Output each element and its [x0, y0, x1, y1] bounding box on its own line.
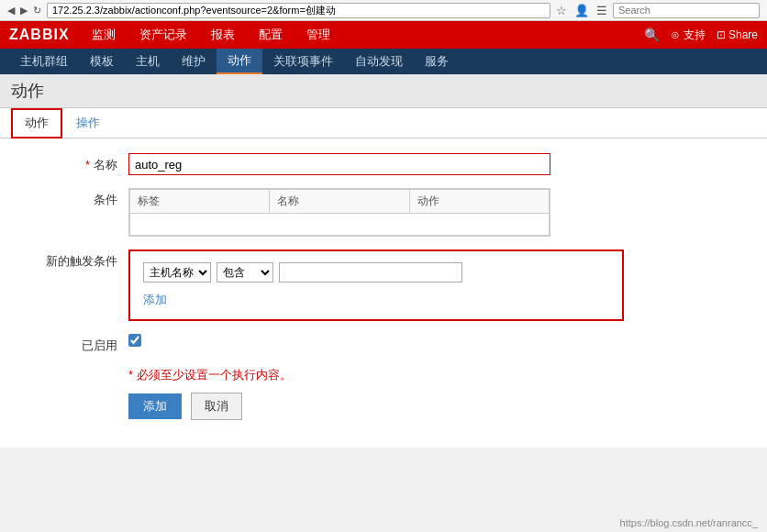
name-row: *名称: [18, 153, 749, 175]
add-condition-link[interactable]: 添加: [143, 293, 167, 306]
sec-nav-hosts[interactable]: 主机: [125, 49, 171, 74]
col-header-name: 名称: [270, 190, 409, 214]
sec-nav-services[interactable]: 服务: [414, 49, 460, 74]
trigger-op-select[interactable]: 包含 不包含 等于: [217, 262, 273, 283]
sec-nav: 主机群组 模板 主机 维护 动作 关联项事件 自动发现 服务: [0, 49, 767, 74]
zabbix-logo: ZABBIX: [9, 27, 70, 43]
reload-btn[interactable]: ↻: [33, 5, 41, 17]
trigger-condition-inputs: 主机名称 主机组 标签 操作系统 包含 不包含 等于: [143, 262, 462, 283]
error-row: * 必须至少设置一个执行内容。 添加 取消: [18, 367, 749, 420]
add-button[interactable]: 添加: [128, 393, 182, 419]
sec-nav-maintenance[interactable]: 维护: [171, 49, 217, 74]
trigger-type-select[interactable]: 主机名称 主机组 标签 操作系统: [143, 262, 211, 283]
col-header-action: 动作: [409, 190, 549, 214]
url-bar[interactable]: [47, 3, 550, 18]
trigger-condition-row: 新的触发条件 主机名称 主机组 标签 操作系统 包含 不包含 等于: [18, 249, 749, 321]
content: *名称 条件 标签 名称 动作: [0, 139, 767, 448]
trigger-condition-box: 主机名称 主机组 标签 操作系统 包含 不包含 等于 添加: [128, 249, 624, 321]
browser-icons: ☆ 👤 ☰: [556, 4, 607, 17]
top-nav-items: 监测 资产记录 报表 配置 管理: [88, 25, 627, 45]
enabled-field: [128, 334, 749, 349]
conditions-table: 标签 名称 动作: [129, 189, 550, 236]
nav-item-reports[interactable]: 报表: [207, 25, 239, 45]
conditions-empty-row: [130, 214, 550, 236]
browser-bar: ◀ ▶ ↻ ☆ 👤 ☰: [0, 0, 767, 21]
tab-operation[interactable]: 操作: [62, 108, 114, 138]
sec-nav-templates[interactable]: 模板: [79, 49, 125, 74]
name-field: [128, 153, 749, 175]
trigger-condition-label: 新的触发条件: [18, 249, 128, 270]
error-label-spacer: [18, 367, 128, 371]
conditions-field: 标签 名称 动作: [128, 188, 749, 237]
error-field: * 必须至少设置一个执行内容。 添加 取消: [128, 367, 749, 420]
sec-nav-actions[interactable]: 动作: [217, 49, 262, 74]
conditions-row: 条件 标签 名称 动作: [18, 188, 749, 237]
nav-item-monitor[interactable]: 监测: [88, 25, 119, 45]
trigger-condition-field: 主机名称 主机组 标签 操作系统 包含 不包含 等于 添加: [128, 249, 749, 321]
tab-action[interactable]: 动作: [11, 108, 62, 139]
sec-nav-hostgroups[interactable]: 主机群组: [9, 49, 79, 74]
tab-bar: 动作 操作: [0, 108, 767, 139]
col-header-tag: 标签: [130, 190, 270, 214]
footer: https://blog.csdn.net/ranrancc_: [611, 514, 767, 532]
forward-btn[interactable]: ▶: [20, 5, 28, 17]
nav-item-config[interactable]: 配置: [255, 25, 286, 45]
top-nav-right: 🔍 ⊙ 支持 ⊡ Share: [644, 28, 758, 43]
user-icon[interactable]: 👤: [574, 4, 589, 17]
form-buttons: 添加 取消: [128, 393, 749, 420]
nav-item-assets[interactable]: 资产记录: [136, 25, 191, 45]
trigger-value-input[interactable]: [279, 262, 462, 283]
share-link[interactable]: ⊡ Share: [717, 28, 758, 41]
footer-text: https://blog.csdn.net/ranrancc_: [620, 517, 758, 528]
bookmark-icon[interactable]: ☆: [556, 4, 567, 17]
add-condition-link-row: 添加: [143, 292, 167, 308]
sec-nav-discovery[interactable]: 自动发现: [344, 49, 414, 74]
top-search-icon[interactable]: 🔍: [644, 28, 660, 42]
cancel-button[interactable]: 取消: [191, 393, 242, 420]
enabled-row: 已启用: [18, 334, 749, 354]
required-star: *: [85, 158, 90, 172]
enabled-label: 已启用: [18, 334, 128, 354]
enabled-checkbox[interactable]: [128, 334, 141, 347]
error-message: * 必须至少设置一个执行内容。: [128, 367, 749, 383]
page-title: 动作: [11, 82, 44, 100]
name-label: *名称: [18, 153, 128, 173]
name-input[interactable]: [128, 153, 550, 175]
page-title-bar: 动作: [0, 74, 767, 108]
sec-nav-correlation[interactable]: 关联项事件: [262, 49, 344, 74]
nav-item-admin[interactable]: 管理: [303, 25, 334, 45]
browser-search-input[interactable]: [613, 3, 760, 18]
top-nav: ZABBIX 监测 资产记录 报表 配置 管理 🔍 ⊙ 支持 ⊡ Share: [0, 21, 767, 49]
conditions-table-wrapper: 标签 名称 动作: [128, 188, 550, 237]
menu-icon[interactable]: ☰: [596, 4, 607, 17]
support-link[interactable]: ⊙ 支持: [671, 28, 705, 43]
conditions-label: 条件: [18, 188, 128, 208]
back-btn[interactable]: ◀: [7, 5, 15, 17]
